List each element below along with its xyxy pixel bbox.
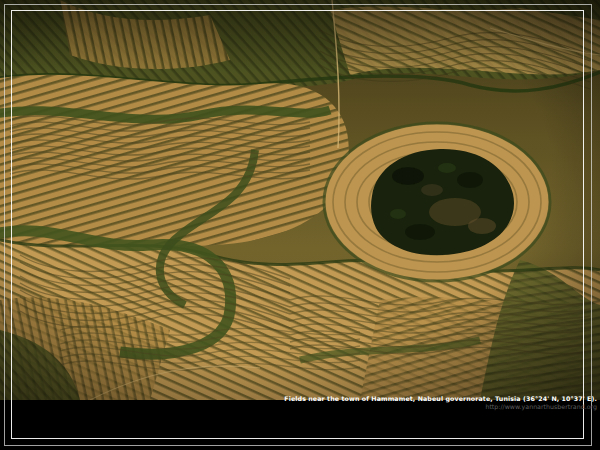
aerial-photo [0,0,600,400]
aerial-photo-art [0,0,600,400]
photo-caption: Fields near the town of Hammamet, Nabeul… [284,396,597,411]
caption-url: http://www.yannarthusbertrand.org [284,404,597,410]
caption-title: Fields near the town of Hammamet, Nabeul… [284,396,597,402]
wallpaper: Fields near the town of Hammamet, Nabeul… [0,0,600,450]
